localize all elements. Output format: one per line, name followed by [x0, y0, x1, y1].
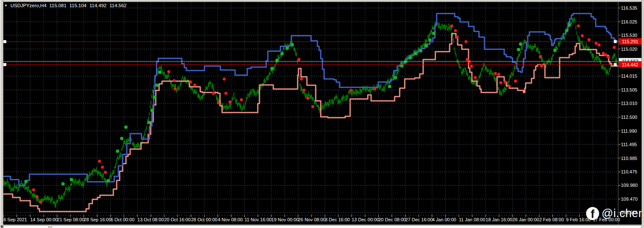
buy-dot: [155, 84, 159, 87]
time-axis-label: 13 Oct 08:00: [137, 217, 164, 222]
sell-dot: [189, 81, 192, 84]
time-axis-label: 14 Sep 00:00: [30, 217, 58, 222]
sell-dot: [613, 46, 615, 49]
time-axis-label: 6 Sep 2021: [3, 217, 27, 222]
buy-dot: [553, 49, 557, 52]
sell-dot: [597, 43, 600, 46]
ohlc-header: ▼USDJPYzero,H4115.081115.104114.492114.5…: [4, 3, 126, 8]
sell-dot: [503, 81, 506, 84]
sell-dot: [349, 89, 352, 92]
time-axis-label: 13 Dec 00:00: [352, 217, 379, 222]
line-anchor-handle[interactable]: [3, 40, 6, 43]
time-axis-label: 11 Jan 08:00: [459, 217, 485, 222]
time-axis-label: 18 Jan 16:00: [486, 217, 513, 222]
time-axis-label: 27 Dec 16:00: [405, 217, 432, 222]
sell-dot: [499, 81, 502, 84]
buy-dot: [432, 31, 435, 35]
close-value: 114.562: [110, 3, 127, 8]
price-axis-label: 116.025: [621, 19, 637, 24]
buy-dot: [285, 47, 289, 50]
sell-dot: [224, 92, 227, 95]
line-anchor-handle[interactable]: [3, 63, 6, 66]
price-axis-label: 114.015: [621, 73, 637, 79]
mt4-chart-window: 116.535116.025115.530115.020114.515114.0…: [0, 0, 644, 228]
buy-dot: [116, 149, 119, 153]
window-border-left: [0, 0, 3, 228]
sell-dot: [173, 87, 176, 90]
sell-dot: [39, 201, 42, 204]
sell-dot: [540, 65, 543, 68]
sell-dot: [468, 60, 471, 63]
buy-dot: [428, 38, 432, 42]
buy-dot: [419, 49, 422, 52]
price-axis-label: 113.505: [621, 87, 637, 92]
price-axis-label: 110.475: [621, 169, 637, 174]
price-axis-label: 110.985: [621, 156, 637, 161]
buy-dot: [424, 44, 428, 47]
resize-corner: [1, 225, 3, 228]
open-value: 115.081: [50, 3, 67, 8]
time-axis-label: 26 Jan 00:00: [513, 217, 539, 222]
window-border-top: [0, 0, 644, 2]
time-axis-label: 4 Nov 08:00: [218, 217, 243, 222]
price-axis-label: 111.990: [621, 128, 637, 134]
time-axis-label: 4 Jan 00:00: [432, 217, 456, 222]
buy-dot: [270, 67, 274, 70]
watermark-handle: @i.chen: [602, 207, 644, 220]
status-cell-left[interactable]: [3, 225, 49, 228]
facebook-icon: f: [586, 207, 599, 220]
sell-dot: [212, 92, 215, 95]
price-axis-label: 115.530: [621, 33, 637, 38]
buy-dot: [414, 52, 417, 55]
buy-dot: [153, 96, 156, 99]
price-axis-label: 115.020: [621, 47, 637, 52]
buy-dot: [107, 179, 110, 182]
line-anchor-handle[interactable]: [614, 40, 617, 43]
price-chart[interactable]: 116.535116.025115.530115.020114.515114.0…: [0, 0, 644, 228]
buy-dot: [158, 71, 162, 74]
time-axis-label: 26 Nov 08:00: [298, 217, 325, 222]
sell-dot: [306, 97, 309, 100]
time-axis-label: 20 Dec 08:00: [379, 217, 406, 222]
buy-dot: [150, 109, 154, 112]
sell-dot: [35, 195, 38, 198]
high-value: 115.104: [69, 3, 86, 8]
status-cell-right[interactable]: [52, 225, 641, 228]
buy-dot: [388, 85, 391, 88]
hline-price-tag-text: 114.442: [622, 62, 639, 67]
hline-price-tag-text: 115.291: [622, 39, 639, 44]
buy-dot: [408, 56, 412, 59]
time-axis-label: 28 Sep 16:00: [84, 217, 111, 222]
sell-dot: [494, 72, 497, 75]
symbol-dropdown-icon: ▼: [4, 4, 8, 8]
sell-dot: [456, 36, 458, 39]
sell-dot: [594, 42, 597, 45]
sell-dot: [466, 58, 469, 61]
sell-dot: [300, 78, 303, 81]
sell-dot: [32, 189, 35, 191]
time-axis-label: 2 Feb 08:00: [539, 217, 564, 222]
sell-dot: [577, 24, 580, 27]
symbol-period-label: USDJPYzero,H4: [10, 3, 47, 8]
low-value: 114.492: [89, 3, 107, 8]
time-axis-label: 11 Nov 16:00: [245, 217, 272, 222]
sell-dot: [193, 84, 196, 86]
sell-dot: [539, 55, 542, 58]
sell-dot: [217, 101, 220, 104]
sell-dot: [373, 87, 376, 90]
sell-dot: [607, 55, 610, 58]
time-axis-label: 20 Oct 16:00: [164, 217, 191, 222]
time-axis-label: 6 Oct 00:00: [110, 217, 134, 222]
price-axis-label: 111.495: [621, 142, 637, 147]
line-anchor-handle[interactable]: [614, 63, 617, 66]
time-axis-label: 21 Sep 08:00: [57, 217, 84, 222]
sell-dot: [508, 84, 510, 87]
time-axis-label: 19 Nov 00:00: [271, 217, 298, 222]
buy-dot: [519, 42, 522, 46]
sell-dot: [311, 105, 314, 108]
sell-dot: [604, 53, 607, 56]
sell-dot: [228, 100, 231, 103]
buy-dot: [124, 126, 128, 129]
sell-dot: [223, 78, 225, 81]
buy-dot: [70, 178, 73, 181]
